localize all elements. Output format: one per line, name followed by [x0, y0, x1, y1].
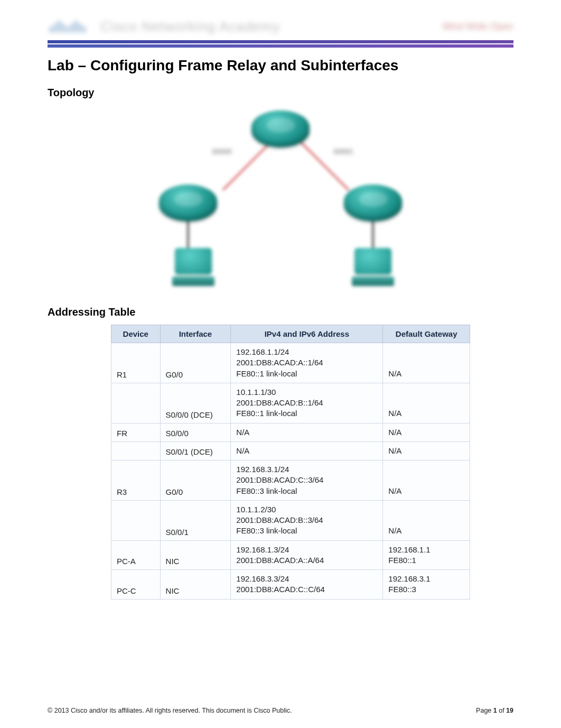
page-title: Lab – Configuring Frame Relay and Subint… [48, 57, 513, 74]
cell-device [111, 383, 161, 423]
cell-interface: S0/0/1 (DCE) [160, 441, 231, 460]
cell-interface: NIC [160, 570, 231, 600]
header-divider [48, 44, 513, 48]
cell-device: PC-C [111, 570, 161, 600]
cell-device [111, 500, 161, 540]
topology-label: S0/0/0 [212, 148, 232, 155]
cell-gateway: N/A [383, 343, 470, 383]
cell-gateway: N/A [383, 441, 470, 460]
cell-gateway: 192.168.1.1FE80::1 [383, 540, 470, 570]
page-footer: © 2013 Cisco and/or its affiliates. All … [48, 707, 513, 714]
cell-gateway: N/A [383, 423, 470, 441]
table-row: R3G0/0192.168.3.1/242001:DB8:ACAD:C::3/6… [111, 460, 470, 501]
page-number: Page 1 of 19 [476, 707, 513, 714]
cell-interface: NIC [160, 540, 231, 570]
table-row: PC-ANIC192.168.1.3/242001:DB8:ACAD:A::A/… [111, 540, 470, 570]
table-header-row: Device Interface IPv4 and IPv6 Address D… [111, 325, 470, 343]
cell-gateway: 192.168.3.1FE80::3 [383, 570, 470, 600]
col-gateway: Default Gateway [383, 325, 470, 343]
cell-interface: S0/0/1 [160, 500, 231, 540]
academy-title: Cisco Networking Academy [100, 19, 280, 35]
cell-gateway: N/A [383, 500, 470, 540]
cell-address: 192.168.3.3/242001:DB8:ACAD:C::C/64 [231, 570, 383, 600]
cell-interface: S0/0/0 [160, 423, 231, 441]
addressing-heading: Addressing Table [48, 306, 513, 318]
cell-interface: G0/0 [160, 460, 231, 501]
cell-interface: S0/0/0 (DCE) [160, 383, 231, 423]
addressing-table: Device Interface IPv4 and IPv6 Address D… [111, 325, 470, 600]
header-left: Cisco Networking Academy [48, 16, 280, 37]
router-icon [251, 110, 310, 148]
cell-gateway: N/A [383, 383, 470, 423]
copyright-text: © 2013 Cisco and/or its affiliates. All … [48, 707, 292, 714]
cell-address: 10.1.1.2/302001:DB8:ACAD:B::3/64FE80::3 … [231, 500, 383, 540]
col-interface: Interface [160, 325, 231, 343]
cell-device: R3 [111, 460, 161, 501]
table-row: FRS0/0/0N/AN/A [111, 423, 470, 441]
col-device: Device [111, 325, 161, 343]
topology-diagram: S0/0/0 S0/0/1 [138, 105, 423, 296]
cell-device: R1 [111, 343, 161, 383]
cell-gateway: N/A [383, 460, 470, 501]
cell-interface: G0/0 [160, 343, 231, 383]
col-address: IPv4 and IPv6 Address [231, 325, 383, 343]
header-tagline: Mind Wide Open [443, 21, 513, 32]
cell-device: FR [111, 423, 161, 441]
table-row: S0/0/110.1.1.2/302001:DB8:ACAD:B::3/64FE… [111, 500, 470, 540]
table-row: PC-CNIC192.168.3.3/242001:DB8:ACAD:C::C/… [111, 570, 470, 600]
document-header: Cisco Networking Academy Mind Wide Open [48, 16, 513, 43]
cell-address: 192.168.3.1/242001:DB8:ACAD:C::3/64FE80:… [231, 460, 383, 501]
pc-icon [349, 248, 397, 290]
topology-heading: Topology [48, 87, 513, 99]
table-row: S0/0/1 (DCE)N/AN/A [111, 441, 470, 460]
cell-device: PC-A [111, 540, 161, 570]
cell-address: 192.168.1.3/242001:DB8:ACAD:A::A/64 [231, 540, 383, 570]
router-icon [344, 185, 402, 222]
cell-device [111, 441, 161, 460]
cell-address: 10.1.1.1/302001:DB8:ACAD:B::1/64FE80::1 … [231, 383, 383, 423]
pc-icon [170, 248, 217, 290]
cisco-logo-icon [48, 16, 90, 37]
cell-address: 192.168.1.1/242001:DB8:ACAD:A::1/64FE80:… [231, 343, 383, 383]
router-icon [159, 185, 217, 222]
table-row: R1G0/0192.168.1.1/242001:DB8:ACAD:A::1/6… [111, 343, 470, 383]
cell-address: N/A [231, 423, 383, 441]
topology-label: S0/0/1 [333, 148, 353, 155]
table-row: S0/0/0 (DCE)10.1.1.1/302001:DB8:ACAD:B::… [111, 383, 470, 423]
cell-address: N/A [231, 441, 383, 460]
